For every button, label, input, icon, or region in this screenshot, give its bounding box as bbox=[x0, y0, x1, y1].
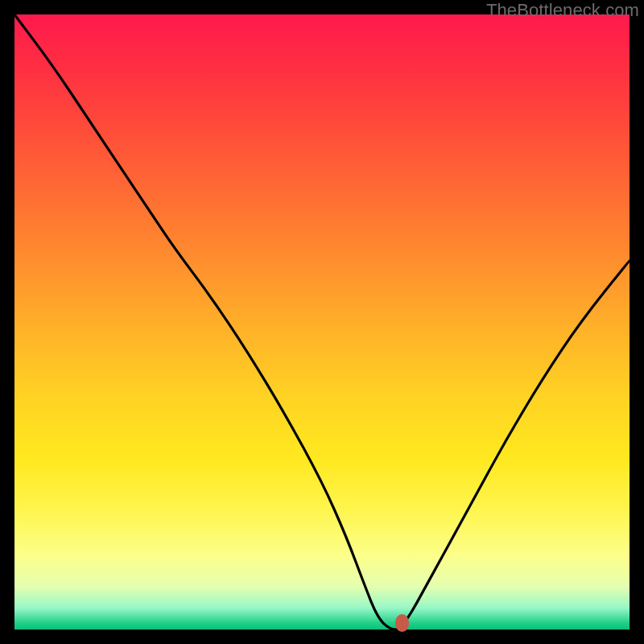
watermark-text: TheBottleneck.com bbox=[486, 0, 639, 21]
plot-area bbox=[14, 14, 630, 630]
bottleneck-curve bbox=[14, 14, 630, 630]
chart-frame: TheBottleneck.com bbox=[0, 0, 644, 644]
target-marker bbox=[395, 614, 409, 632]
